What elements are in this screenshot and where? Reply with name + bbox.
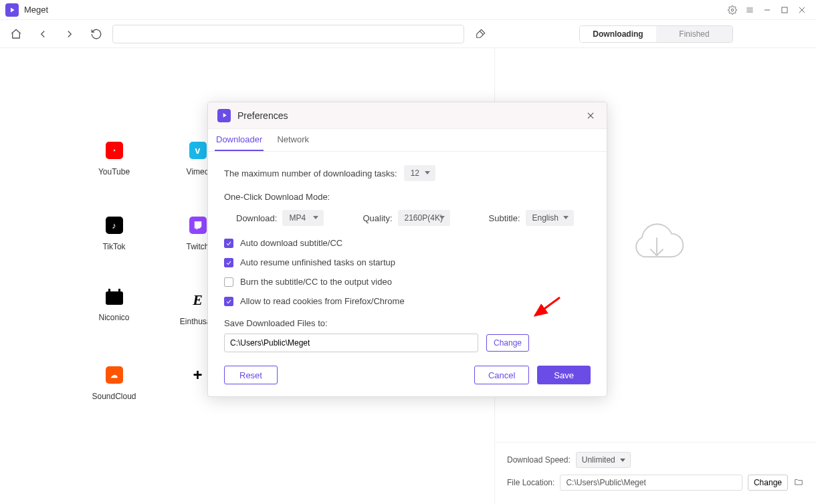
dialog-body: The maximum number of downloading tasks:… — [208, 152, 607, 359]
checkbox-label: Auto resume unfinished tasks on startup — [240, 257, 395, 267]
toolbar: Downloading Finished — [0, 20, 816, 48]
twitch-icon — [189, 217, 207, 234]
soundcloud-icon: ☁ — [106, 366, 123, 384]
dialog-close-button[interactable] — [584, 109, 597, 122]
reset-button[interactable]: Reset — [224, 366, 278, 384]
plus-icon: + — [189, 366, 207, 384]
site-label: SoundCloud — [92, 392, 136, 401]
youtube-icon — [106, 142, 123, 159]
niconico-icon — [106, 291, 123, 305]
maximize-button[interactable] — [776, 1, 793, 19]
site-youtube[interactable]: YouTube — [72, 142, 156, 176]
subtitle-select[interactable]: English — [526, 210, 574, 226]
save-location-label: Save Downloaded Files to: — [224, 318, 591, 328]
tab-network[interactable]: Network — [276, 129, 310, 151]
svg-rect-5 — [782, 7, 787, 12]
download-format-select[interactable]: MP4 — [282, 210, 324, 226]
subtitle-label: Subtitle: — [489, 213, 520, 223]
dialog-header: Preferences — [208, 102, 607, 129]
max-tasks-select[interactable]: 12 — [404, 165, 435, 181]
dialog-title: Preferences — [237, 110, 288, 121]
forward-icon[interactable] — [62, 26, 78, 42]
clear-icon[interactable] — [470, 25, 491, 43]
cancel-button[interactable]: Cancel — [474, 366, 529, 384]
download-tab-switcher: Downloading Finished — [579, 25, 733, 43]
back-icon[interactable] — [35, 26, 51, 42]
site-niconico[interactable]: Niconico — [72, 291, 156, 326]
app-title: Meget — [24, 5, 48, 15]
reload-icon[interactable] — [88, 26, 104, 42]
site-label: Vimeo — [187, 167, 209, 176]
site-soundcloud[interactable]: ☁ SoundCloud — [72, 366, 156, 401]
save-location-input[interactable] — [224, 334, 478, 352]
svg-point-0 — [731, 9, 734, 11]
site-tiktok[interactable]: ♪ TikTok — [72, 217, 156, 251]
download-speed-select[interactable]: Unlimited — [576, 452, 631, 468]
download-format-label: Download: — [236, 213, 277, 223]
site-label: Niconico — [98, 313, 129, 322]
tab-downloading[interactable]: Downloading — [580, 26, 656, 42]
site-label: TikTok — [102, 242, 125, 251]
settings-icon[interactable] — [724, 1, 741, 19]
burn-subtitle-checkbox[interactable] — [224, 277, 233, 287]
svg-line-8 — [480, 31, 483, 34]
einthusan-icon: E — [189, 291, 207, 309]
tab-downloader[interactable]: Downloader — [215, 129, 264, 151]
titlebar: Meget — [0, 0, 816, 20]
checkbox-label: Burn the subtitle/CC to the output video — [240, 277, 392, 287]
dialog-logo — [217, 109, 231, 122]
checkbox-label: Auto download subtitle/CC — [240, 238, 342, 248]
site-label: YouTube — [98, 167, 130, 176]
max-tasks-label: The maximum number of downloading tasks: — [224, 168, 397, 178]
one-click-mode-label: One-Click Download Mode: — [224, 192, 591, 202]
minimize-button[interactable] — [758, 1, 776, 19]
site-label: Twitch — [186, 242, 209, 251]
cloud-download-icon — [623, 217, 688, 273]
address-input[interactable] — [112, 25, 464, 43]
quality-select[interactable]: 2160P(4K) — [398, 210, 450, 226]
change-location-button[interactable]: Change — [486, 334, 529, 352]
menu-icon[interactable] — [741, 1, 758, 19]
app-logo — [5, 3, 19, 17]
auto-download-subtitle-checkbox[interactable] — [224, 239, 233, 248]
file-location-path: C:\Users\Public\Meget — [560, 475, 742, 491]
close-button[interactable] — [793, 1, 811, 19]
save-button[interactable]: Save — [537, 366, 591, 384]
checkbox-label: Allow to read cookies from Firefox/Chrom… — [240, 296, 405, 306]
vimeo-icon: v — [189, 142, 207, 159]
read-cookies-checkbox[interactable] — [224, 297, 233, 306]
open-folder-icon[interactable] — [793, 477, 804, 489]
tab-finished[interactable]: Finished — [656, 26, 732, 42]
auto-resume-checkbox[interactable] — [224, 258, 233, 267]
file-location-label: File Location: — [507, 478, 554, 487]
dialog-tabs: Downloader Network — [208, 129, 607, 152]
tiktok-icon: ♪ — [106, 217, 123, 234]
file-location-change-button[interactable]: Change — [748, 475, 788, 491]
home-icon[interactable] — [8, 26, 24, 42]
download-footer: Download Speed: Unlimited File Location:… — [495, 442, 816, 504]
download-speed-label: Download Speed: — [507, 455, 571, 465]
preferences-dialog: Preferences Downloader Network The maxim… — [207, 102, 607, 397]
nav-toolbar — [0, 26, 112, 42]
quality-label: Quality: — [363, 213, 392, 223]
dialog-footer: Reset Cancel Save — [208, 359, 607, 396]
